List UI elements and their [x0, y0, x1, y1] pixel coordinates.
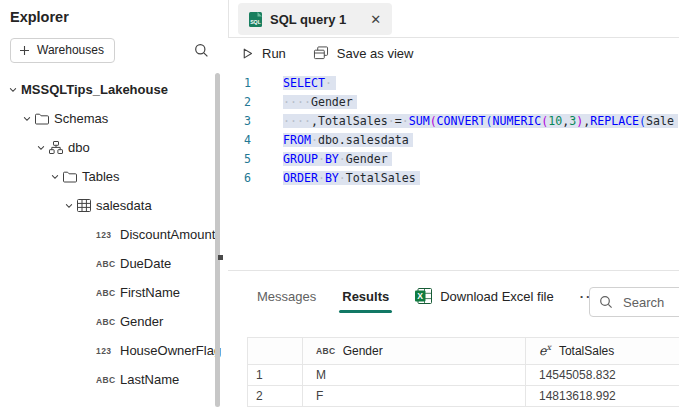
column-type-badge: ABC [96, 375, 120, 385]
results-search-box [589, 287, 679, 317]
tree-item-label: HouseOwnerFlag [120, 343, 221, 358]
run-icon [241, 47, 254, 60]
plus-icon [19, 45, 30, 56]
query-editor-pane: SQL SQL query 1 ✕ Run Save as view 123 [228, 0, 679, 407]
run-button[interactable]: Run [241, 46, 286, 61]
row-number-cell: 1 [248, 365, 303, 386]
svg-text:X: X [418, 291, 424, 301]
code-line-1: SELECT· [283, 74, 679, 93]
code-line-5: GROUP·BY·Gender [283, 150, 679, 169]
code-line-4: FROM·dbo.salesdata [283, 131, 679, 150]
tree-item-label: FirstName [120, 285, 180, 300]
sql-code-editor[interactable]: 123456 SELECT·····Gender····,TotalSales·… [228, 68, 679, 270]
column-header-gender[interactable]: ABCGender [303, 338, 526, 365]
tree-item-label: Gender [120, 314, 163, 329]
search-icon[interactable] [192, 41, 211, 60]
line-number: 6 [228, 169, 251, 188]
lakehouse-tree: MSSQLTips_LakehouseSchemasdboTablessales… [0, 75, 228, 394]
tree-item-label: salesdata [96, 198, 152, 213]
svg-text:SQL: SQL [250, 19, 261, 25]
tree-item-gender[interactable]: ABCGender [0, 307, 228, 336]
excel-icon: X [415, 288, 432, 304]
tree-item-label: DueDate [120, 256, 171, 271]
sidebar-controls: Warehouses [0, 25, 228, 63]
column-type-badge: 123 [96, 346, 120, 356]
folder-icon [63, 171, 82, 183]
close-icon[interactable]: ✕ [370, 13, 381, 26]
data-cell: 14813618.992 [526, 386, 679, 407]
sidebar-resize-handle[interactable] [218, 255, 223, 260]
column-header-totalsales[interactable]: exTotalSales [526, 338, 679, 365]
line-number-gutter: 123456 [228, 74, 251, 188]
tree-item-salesdata[interactable]: salesdata [0, 191, 228, 220]
tree-item-duedate[interactable]: ABCDueDate [0, 249, 228, 278]
tree-item-mssqltips_lakehouse[interactable]: MSSQLTips_Lakehouse [0, 75, 228, 104]
tab-title: SQL query 1 [270, 12, 346, 27]
line-number: 1 [228, 74, 251, 93]
chevron-down-icon[interactable] [8, 85, 21, 95]
tree-item-lastname[interactable]: ABCLastName [0, 365, 228, 394]
tab-results[interactable]: Results [342, 289, 389, 304]
data-cell: 14545058.832 [526, 365, 679, 386]
chevron-down-icon[interactable] [50, 172, 63, 182]
folder-icon [35, 113, 54, 125]
chevron-down-icon[interactable] [36, 143, 49, 153]
code-area: SELECT·····Gender····,TotalSales·=·SUM(C… [283, 74, 679, 188]
sql-file-icon: SQL [249, 12, 262, 27]
table-row: 2F14813618.992 [248, 386, 679, 407]
chevron-down-icon[interactable] [22, 114, 35, 124]
warehouses-button-label: Warehouses [37, 43, 104, 57]
search-icon [599, 295, 613, 309]
query-tab-bar: SQL SQL query 1 ✕ [228, 0, 679, 38]
tab-sql-query-1[interactable]: SQL SQL query 1 ✕ [238, 3, 392, 35]
download-excel-button[interactable]: X Download Excel file [415, 288, 553, 304]
tree-item-dbo[interactable]: dbo [0, 133, 228, 162]
tree-item-label: Tables [82, 169, 120, 184]
download-excel-label: Download Excel file [440, 289, 553, 304]
tab-messages[interactable]: Messages [257, 289, 316, 304]
tree-item-label: LastName [120, 372, 179, 387]
data-cell: F [303, 386, 526, 407]
numeric-type-icon: ex [539, 343, 551, 358]
column-header-label: Gender [343, 344, 383, 358]
tree-item-label: MSSQLTips_Lakehouse [21, 82, 168, 97]
column-type-badge: 123 [96, 230, 120, 240]
results-header-row: ABCGenderexTotalSales [248, 338, 679, 365]
tree-item-label: dbo [68, 140, 90, 155]
save-as-view-label: Save as view [337, 46, 414, 61]
results-panel: Messages Results X Download Excel file ·… [228, 270, 679, 407]
tree-item-tables[interactable]: Tables [0, 162, 228, 191]
tree-item-firstname[interactable]: ABCFirstName [0, 278, 228, 307]
column-type-badge: ABC [96, 317, 120, 327]
run-button-label: Run [262, 46, 286, 61]
code-line-3: ····,TotalSales·=·SUM(CONVERT(NUMERIC(10… [283, 112, 679, 131]
chevron-down-icon[interactable] [64, 201, 77, 211]
sql-query-editor-window: Explorer Warehouses MSSQLTips_LakehouseS… [0, 0, 679, 407]
tree-item-label: DiscountAmount [120, 227, 215, 242]
line-number: 3 [228, 112, 251, 131]
results-grid: ABCGenderexTotalSales1M14545058.8322F148… [247, 337, 679, 407]
tree-item-houseownerflag[interactable]: 123HouseOwnerFlag [0, 336, 228, 365]
text-type-icon: ABC [316, 346, 336, 356]
line-number: 2 [228, 93, 251, 112]
data-cell: M [303, 365, 526, 386]
tree-item-schemas[interactable]: Schemas [0, 104, 228, 133]
explorer-sidebar: Explorer Warehouses MSSQLTips_LakehouseS… [0, 0, 228, 407]
save-as-view-button[interactable]: Save as view [313, 46, 414, 61]
column-type-badge: ABC [96, 259, 120, 269]
line-number: 5 [228, 150, 251, 169]
search-input[interactable] [621, 294, 679, 311]
sidebar-scrollbar[interactable] [215, 73, 220, 407]
column-header-label: TotalSales [559, 344, 614, 358]
explorer-title: Explorer [0, 0, 228, 25]
row-number-header [248, 338, 303, 365]
table-icon [77, 199, 96, 212]
tree-item-discountamount[interactable]: 123DiscountAmount [0, 220, 228, 249]
code-line-6: ORDER·BY·TotalSales [283, 169, 679, 188]
table-row: 1M14545058.832 [248, 365, 679, 386]
row-number-cell: 2 [248, 386, 303, 407]
line-number: 4 [228, 131, 251, 150]
add-warehouses-button[interactable]: Warehouses [10, 38, 115, 63]
column-type-badge: ABC [96, 288, 120, 298]
save-view-icon [313, 46, 329, 60]
